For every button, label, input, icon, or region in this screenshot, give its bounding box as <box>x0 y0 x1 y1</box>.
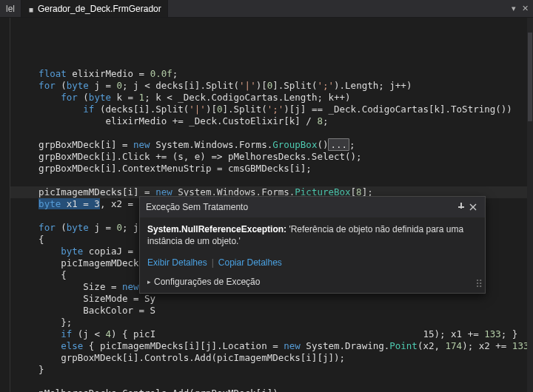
close-icon[interactable] <box>467 201 479 213</box>
pin-icon[interactable] <box>455 201 467 213</box>
tab-tools: ▾ ✕ <box>512 0 533 17</box>
exception-tooltip: Exceção Sem Tratamento System.NullRefere… <box>139 196 486 294</box>
link-show-details[interactable]: Exibir Detalhes <box>147 257 207 268</box>
scrollbar-thumb[interactable] <box>528 33 532 121</box>
tab-inactive[interactable]: lel <box>0 0 21 17</box>
close-panel-icon[interactable]: ✕ <box>522 4 529 13</box>
dropdown-icon[interactable]: ▾ <box>512 4 516 13</box>
tooltip-header: Exceção Sem Tratamento <box>140 197 485 217</box>
gutter <box>0 18 10 392</box>
svg-rect-1 <box>458 206 464 208</box>
tooltip-title: Exceção Sem Tratamento <box>146 202 455 212</box>
tab-label: lel <box>6 4 15 14</box>
link-copy-details[interactable]: Copiar Detalhes <box>218 257 282 268</box>
resize-grip-icon[interactable]: ⠿ <box>474 282 483 291</box>
scrollbar[interactable] <box>527 18 533 392</box>
tooltip-footer: ▸ Configurações de Exceção ⠿ <box>140 272 485 293</box>
tooltip-body: System.NullReferenceException: 'Referênc… <box>140 217 485 253</box>
exception-settings-link[interactable]: Configurações de Exceção <box>154 277 260 287</box>
tab-active[interactable]: Gerador_de_Deck.FrmGerador <box>21 0 168 17</box>
lock-icon <box>27 5 35 13</box>
exception-name: System.NullReferenceException: <box>147 224 286 234</box>
tooltip-links: Exibir Detalhes|Copiar Detalhes <box>140 253 485 272</box>
chevron-right-icon[interactable]: ▸ <box>147 278 151 285</box>
tab-bar: lel Gerador_de_Deck.FrmGerador ▾ ✕ <box>0 0 533 18</box>
tab-label: Gerador_de_Deck.FrmGerador <box>38 4 161 14</box>
